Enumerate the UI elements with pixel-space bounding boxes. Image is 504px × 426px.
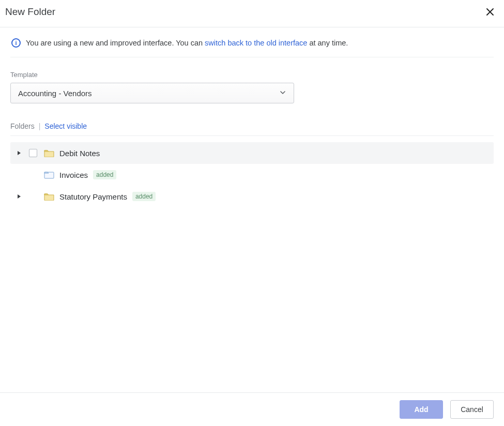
chevron-down-icon xyxy=(279,89,286,98)
folder-icon xyxy=(44,149,54,157)
cancel-button[interactable]: Cancel xyxy=(450,400,494,419)
folder-row[interactable]: Debit Notes xyxy=(10,142,494,164)
expand-caret-icon[interactable] xyxy=(17,150,22,156)
select-visible-link[interactable]: Select visible xyxy=(44,122,87,130)
close-button[interactable] xyxy=(483,5,497,19)
info-text: You are using a new and improved interfa… xyxy=(26,39,348,47)
template-select[interactable]: Accounting - Vendors xyxy=(10,83,294,103)
folder-tree: Debit NotesInvoicesaddedStatutory Paymen… xyxy=(10,142,494,207)
dialog-title: New Folder xyxy=(5,6,55,18)
expand-caret-icon[interactable] xyxy=(17,194,22,199)
added-badge: added xyxy=(93,170,116,179)
close-icon xyxy=(485,7,495,17)
dialog-footer: Add Cancel xyxy=(0,392,504,426)
info-banner: i You are using a new and improved inter… xyxy=(10,37,494,57)
template-selected-value: Accounting - Vendors xyxy=(18,89,92,98)
folder-checkbox[interactable] xyxy=(29,149,37,157)
template-label: Template xyxy=(10,71,494,79)
info-prefix: You are using a new and improved interfa… xyxy=(26,39,205,47)
folders-label: Folders xyxy=(10,122,35,130)
folder-open-icon xyxy=(44,171,54,179)
folders-header-bar: Folders | Select visible xyxy=(10,122,494,136)
switch-back-link[interactable]: switch back to the old interface xyxy=(205,39,307,47)
dialog-header: New Folder xyxy=(0,0,504,27)
add-button[interactable]: Add xyxy=(400,400,443,419)
folder-row[interactable]: Statutory Paymentsadded xyxy=(10,186,494,207)
folder-name: Statutory Payments xyxy=(59,192,127,201)
info-icon: i xyxy=(11,38,21,48)
folder-name: Debit Notes xyxy=(59,149,100,158)
added-badge: added xyxy=(132,192,156,201)
folder-name: Invoices xyxy=(59,171,88,179)
info-suffix: at any time. xyxy=(307,39,348,47)
folder-icon xyxy=(44,192,54,201)
folder-row[interactable]: Invoicesadded xyxy=(10,164,494,186)
template-section: Template Accounting - Vendors xyxy=(10,71,494,103)
separator: | xyxy=(39,122,41,130)
